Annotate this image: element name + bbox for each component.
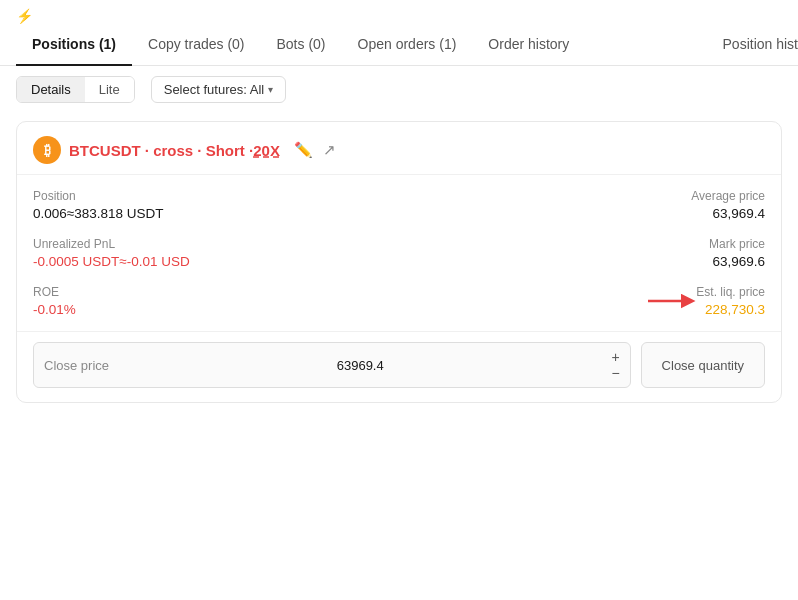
tab-bar: Positions (1) Copy trades (0) Bots (0) O… (0, 24, 798, 66)
roe-label: ROE (33, 285, 399, 299)
unrealized-pnl-label: Unrealized PnL (33, 237, 399, 251)
pair-label: BTCUSDT · cross · Short · (69, 142, 253, 159)
roe-cell: ROE -0.01% (33, 285, 399, 317)
red-arrow-icon (646, 290, 696, 312)
position-cell: Position 0.006≈383.818 USDT (33, 189, 399, 221)
unrealized-pnl-cell: Unrealized PnL -0.0005 USDT≈-0.01 USD (33, 237, 399, 269)
position-card: ₿ BTCUSDT · cross · Short · 20X ✏️ ↗ Pos… (16, 121, 782, 403)
close-price-label: Close price (44, 358, 109, 373)
chevron-down-icon: ▾ (268, 84, 273, 95)
edit-icon[interactable]: ✏️ (294, 141, 313, 159)
tab-position-hist[interactable]: Position hist (707, 24, 798, 64)
price-stepper: + − (611, 350, 619, 380)
close-price-box: Close price 63969.4 + − (33, 342, 631, 388)
pair-info: BTCUSDT · cross · Short · 20X (69, 142, 280, 159)
share-icon[interactable]: ↗ (323, 141, 336, 159)
mark-price-value: 63,969.6 (399, 254, 765, 269)
tab-positions[interactable]: Positions (1) (16, 24, 132, 66)
mark-price-cell: Mark price 63,969.6 (399, 237, 765, 269)
position-label: Position (33, 189, 399, 203)
avg-price-label: Average price (399, 189, 765, 203)
btc-symbol: ₿ (44, 142, 51, 158)
card-header: ₿ BTCUSDT · cross · Short · 20X ✏️ ↗ (17, 122, 781, 175)
tab-copy-trades[interactable]: Copy trades (0) (132, 24, 260, 66)
roe-value: -0.01% (33, 302, 399, 317)
avg-price-cell: Average price 63,969.4 (399, 189, 765, 221)
position-value: 0.006≈383.818 USDT (33, 206, 399, 221)
tab-order-history[interactable]: Order history (472, 24, 585, 66)
header-icon-row: ⚡ (0, 0, 798, 24)
est-liq-cell: Est. liq. price 228,730.3 (399, 285, 765, 317)
info-grid: Position 0.006≈383.818 USDT Average pric… (33, 189, 765, 317)
tab-bots[interactable]: Bots (0) (261, 24, 342, 66)
sub-toolbar: Details Lite Select futures: All ▾ (0, 66, 798, 113)
close-controls: Close price 63969.4 + − Close quantity (17, 331, 781, 402)
close-quantity-button[interactable]: Close quantity (641, 342, 765, 388)
tab-open-orders[interactable]: Open orders (1) (342, 24, 473, 66)
details-btn[interactable]: Details (17, 77, 85, 102)
unrealized-pnl-value: -0.0005 USDT≈-0.01 USD (33, 254, 399, 269)
card-body: Position 0.006≈383.818 USDT Average pric… (17, 175, 781, 331)
arrow-row: Est. liq. price 228,730.3 (399, 285, 765, 317)
mark-price-label: Mark price (399, 237, 765, 251)
avg-price-value: 63,969.4 (399, 206, 765, 221)
lite-btn[interactable]: Lite (85, 77, 134, 102)
header-icon: ⚡ (16, 8, 33, 24)
view-toggle: Details Lite (16, 76, 135, 103)
stepper-down-icon[interactable]: − (611, 366, 619, 380)
close-price-value: 63969.4 (337, 358, 384, 373)
stepper-up-icon[interactable]: + (611, 350, 619, 364)
est-liq-label: Est. liq. price (696, 285, 765, 299)
select-futures-label: Select futures: All (164, 82, 264, 97)
est-liq-value: 228,730.3 (705, 302, 765, 317)
leverage-label: 20X (253, 142, 280, 159)
select-futures-dropdown[interactable]: Select futures: All ▾ (151, 76, 286, 103)
card-action-icons: ✏️ ↗ (294, 141, 336, 159)
btc-icon: ₿ (33, 136, 61, 164)
